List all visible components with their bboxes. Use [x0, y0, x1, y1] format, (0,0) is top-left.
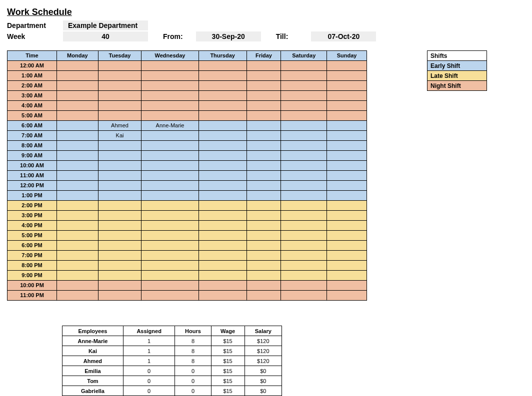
schedule-cell[interactable]	[142, 91, 199, 101]
schedule-cell[interactable]	[327, 251, 367, 261]
schedule-cell[interactable]	[198, 81, 246, 91]
schedule-cell[interactable]	[246, 71, 281, 81]
schedule-cell[interactable]	[57, 171, 98, 181]
schedule-cell[interactable]	[57, 251, 98, 261]
schedule-cell[interactable]	[57, 61, 98, 71]
schedule-cell[interactable]	[281, 81, 327, 91]
schedule-cell[interactable]	[246, 201, 281, 211]
schedule-cell[interactable]	[98, 241, 141, 251]
schedule-cell[interactable]	[281, 141, 327, 151]
schedule-cell[interactable]	[57, 181, 98, 191]
schedule-cell[interactable]	[327, 91, 367, 101]
till-value[interactable]: 07-Oct-20	[311, 31, 376, 41]
schedule-cell[interactable]	[198, 281, 246, 291]
schedule-cell[interactable]	[57, 241, 98, 251]
schedule-cell[interactable]	[327, 61, 367, 71]
schedule-cell[interactable]	[98, 191, 141, 201]
schedule-cell[interactable]	[57, 281, 98, 291]
schedule-cell[interactable]	[142, 281, 199, 291]
schedule-cell[interactable]	[98, 91, 141, 101]
schedule-cell[interactable]	[198, 61, 246, 71]
schedule-cell[interactable]	[98, 151, 141, 161]
schedule-cell[interactable]	[246, 61, 281, 71]
schedule-cell[interactable]	[198, 101, 246, 111]
schedule-cell[interactable]	[57, 221, 98, 231]
schedule-cell[interactable]	[327, 281, 367, 291]
schedule-cell[interactable]	[198, 291, 246, 301]
schedule-cell[interactable]	[198, 161, 246, 171]
schedule-cell[interactable]	[198, 211, 246, 221]
schedule-cell[interactable]	[246, 81, 281, 91]
schedule-cell[interactable]	[98, 171, 141, 181]
schedule-cell[interactable]	[198, 141, 246, 151]
schedule-cell[interactable]	[246, 251, 281, 261]
schedule-cell[interactable]	[246, 171, 281, 181]
schedule-cell[interactable]	[198, 231, 246, 241]
schedule-cell[interactable]	[281, 181, 327, 191]
schedule-cell[interactable]	[57, 271, 98, 281]
from-value[interactable]: 30-Sep-20	[196, 31, 261, 41]
schedule-cell[interactable]	[98, 221, 141, 231]
schedule-cell[interactable]	[142, 171, 199, 181]
week-value[interactable]: 40	[63, 31, 148, 41]
schedule-cell[interactable]	[98, 251, 141, 261]
schedule-cell[interactable]	[198, 201, 246, 211]
schedule-cell[interactable]	[327, 161, 367, 171]
schedule-cell[interactable]	[327, 141, 367, 151]
schedule-cell[interactable]	[246, 111, 281, 121]
schedule-cell[interactable]	[246, 231, 281, 241]
schedule-cell[interactable]	[142, 71, 199, 81]
schedule-cell[interactable]	[281, 61, 327, 71]
schedule-cell[interactable]	[57, 231, 98, 241]
schedule-cell[interactable]	[57, 291, 98, 301]
schedule-cell[interactable]	[281, 111, 327, 121]
schedule-cell[interactable]	[281, 251, 327, 261]
schedule-cell[interactable]	[246, 211, 281, 221]
schedule-cell[interactable]	[57, 91, 98, 101]
schedule-cell[interactable]	[57, 81, 98, 91]
schedule-cell[interactable]: Kai	[98, 131, 141, 141]
schedule-cell[interactable]	[281, 241, 327, 251]
schedule-cell[interactable]	[246, 161, 281, 171]
schedule-cell[interactable]	[57, 161, 98, 171]
schedule-cell[interactable]	[246, 221, 281, 231]
schedule-cell[interactable]	[327, 151, 367, 161]
schedule-cell[interactable]	[198, 241, 246, 251]
schedule-cell[interactable]	[327, 81, 367, 91]
schedule-cell[interactable]	[246, 181, 281, 191]
schedule-cell[interactable]	[142, 141, 199, 151]
schedule-cell[interactable]	[198, 121, 246, 131]
schedule-cell[interactable]	[142, 191, 199, 201]
schedule-cell[interactable]: Ahmed	[98, 121, 141, 131]
schedule-cell[interactable]	[246, 151, 281, 161]
schedule-cell[interactable]	[327, 71, 367, 81]
schedule-cell[interactable]	[281, 221, 327, 231]
schedule-cell[interactable]	[142, 251, 199, 261]
schedule-cell[interactable]	[281, 171, 327, 181]
schedule-cell[interactable]	[198, 91, 246, 101]
schedule-cell[interactable]	[281, 121, 327, 131]
schedule-cell[interactable]	[142, 211, 199, 221]
schedule-cell[interactable]	[281, 201, 327, 211]
schedule-cell[interactable]	[281, 231, 327, 241]
schedule-cell[interactable]	[57, 191, 98, 201]
schedule-cell[interactable]	[142, 201, 199, 211]
schedule-cell[interactable]	[198, 251, 246, 261]
schedule-cell[interactable]	[57, 261, 98, 271]
schedule-cell[interactable]	[327, 101, 367, 111]
schedule-cell[interactable]	[327, 121, 367, 131]
schedule-cell[interactable]	[198, 151, 246, 161]
schedule-cell[interactable]	[142, 111, 199, 121]
schedule-cell[interactable]	[98, 71, 141, 81]
schedule-cell[interactable]	[246, 141, 281, 151]
schedule-cell[interactable]	[327, 241, 367, 251]
schedule-cell[interactable]	[246, 131, 281, 141]
schedule-cell[interactable]	[57, 71, 98, 81]
schedule-cell[interactable]	[327, 201, 367, 211]
schedule-cell[interactable]	[246, 241, 281, 251]
schedule-cell[interactable]	[246, 261, 281, 271]
schedule-cell[interactable]	[281, 71, 327, 81]
schedule-cell[interactable]	[281, 261, 327, 271]
schedule-cell[interactable]	[327, 181, 367, 191]
schedule-cell[interactable]	[142, 151, 199, 161]
